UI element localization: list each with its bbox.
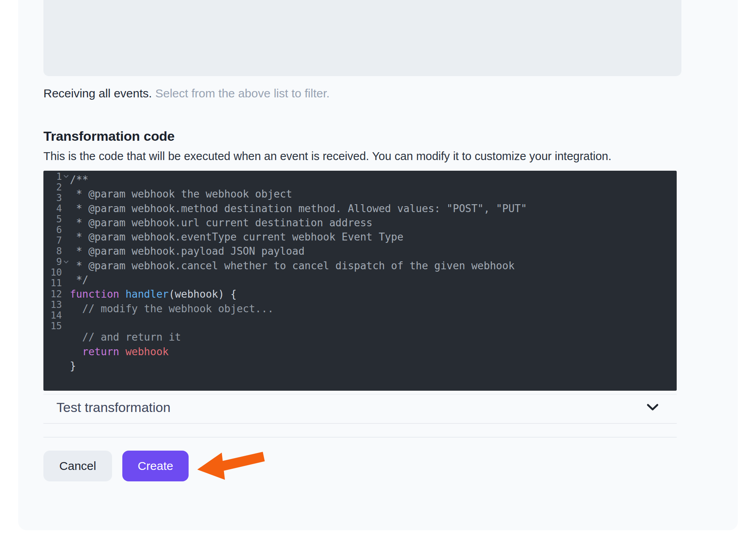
code-line: /** (70, 173, 527, 187)
fold-chevron-icon[interactable] (64, 260, 69, 264)
code-line: * @param webhook the webhook object (70, 187, 527, 201)
gutter-line-number: 14 (43, 310, 70, 321)
annotation-arrow-icon (196, 449, 268, 482)
code-line: return webhook (70, 345, 527, 359)
gutter-line-number: 10 (43, 267, 70, 278)
code-line: * @param webhook.payload JSON payload (70, 244, 527, 258)
code-line: * @param webhook.cancel whether to cance… (70, 259, 527, 273)
webhook-form-card: Receiving all events. Select from the ab… (18, 0, 738, 530)
gutter-line-number: 5 (43, 214, 70, 224)
fold-chevron-icon[interactable] (64, 175, 69, 178)
code-line: // and return it (70, 330, 527, 344)
gutter-line-number: 1 (43, 171, 70, 182)
gutter-line-number: 8 (43, 246, 70, 257)
events-filter-hint-text: Select from the above list to filter. (155, 87, 330, 100)
cancel-button[interactable]: Cancel (43, 451, 112, 481)
code-line: * @param webhook.method destination meth… (70, 201, 527, 216)
create-button[interactable]: Create (122, 451, 189, 481)
test-transformation-toggle[interactable]: Test transformation (43, 391, 677, 423)
event-list-panel (43, 0, 681, 76)
divider (43, 423, 677, 424)
divider (43, 437, 677, 438)
test-transformation-label: Test transformation (56, 400, 170, 415)
code-line: * @param webhook.url current destination… (70, 216, 527, 230)
gutter-line-number: 3 (43, 192, 70, 203)
code-line: */ (70, 273, 527, 287)
gutter-line-number: 12 (43, 289, 70, 299)
transformation-code-description: This is the code that will be executed w… (43, 150, 612, 163)
gutter-line-number: 7 (43, 235, 70, 246)
events-filter-summary: Receiving all events. Select from the ab… (43, 86, 329, 101)
chevron-down-icon (646, 403, 659, 411)
transformation-code-title: Transformation code (43, 129, 174, 144)
gutter-line-number: 15 (43, 321, 70, 331)
code-line: } (70, 359, 527, 373)
gutter-line-number: 6 (43, 224, 70, 235)
code-line (70, 316, 527, 330)
editor-gutter: 123456789101112131415 (43, 171, 70, 331)
code-line: function handler(webhook) { (70, 287, 527, 301)
gutter-line-number: 13 (43, 299, 70, 310)
gutter-line-number: 11 (43, 278, 70, 289)
code-line: * @param webhook.eventType current webho… (70, 230, 527, 244)
gutter-line-number: 2 (43, 182, 70, 192)
gutter-line-number: 9 (43, 257, 70, 267)
editor-code: /** * @param webhook the webhook object … (70, 173, 527, 373)
code-editor[interactable]: 123456789101112131415 /** * @param webho… (43, 171, 677, 391)
code-line: // modify the webhook object... (70, 302, 527, 316)
events-filter-summary-text: Receiving all events. (43, 87, 152, 100)
gutter-line-number: 4 (43, 203, 70, 214)
